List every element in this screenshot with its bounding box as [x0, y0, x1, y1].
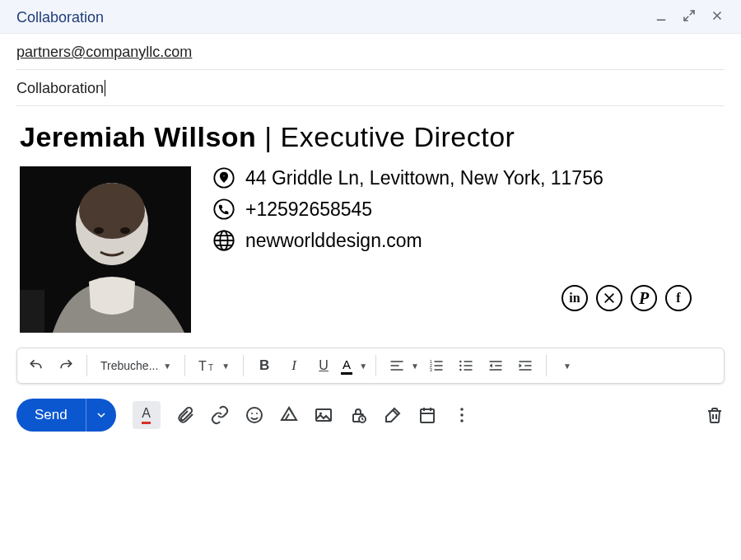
- insert-link-button[interactable]: [210, 405, 230, 425]
- svg-point-16: [459, 361, 462, 363]
- svg-point-2: [79, 183, 145, 239]
- compose-header: Collaboration: [0, 0, 741, 34]
- signature-address: 44 Griddle Ln, Levittown, New York, 1175…: [245, 167, 604, 189]
- indent-more-button[interactable]: [513, 353, 538, 378]
- signature-name-line: Jeremiah Willson | Executive Director: [20, 121, 725, 153]
- message-body[interactable]: Jeremiah Willson | Executive Director: [0, 106, 741, 338]
- numbered-list-button[interactable]: 123: [424, 353, 449, 378]
- font-family-label: Trebuche...: [100, 359, 158, 372]
- signature-social-row: in P f: [212, 285, 725, 311]
- svg-point-4: [120, 227, 130, 234]
- signature-phone-line: +12592658545: [212, 198, 725, 221]
- redo-button[interactable]: [54, 353, 78, 378]
- svg-point-19: [247, 408, 262, 422]
- svg-point-7: [222, 175, 225, 177]
- subject-value: Collaboration: [16, 80, 105, 96]
- compose-body: partners@companyllc.com Collaboration: [0, 34, 741, 106]
- signature-address-line: 44 Griddle Ln, Levittown, New York, 1175…: [212, 166, 725, 189]
- svg-text:3: 3: [430, 367, 432, 372]
- pick-time-button[interactable]: [417, 405, 437, 425]
- svg-point-23: [319, 413, 322, 415]
- insert-emoji-button[interactable]: [245, 405, 264, 425]
- align-dropdown[interactable]: [384, 353, 409, 378]
- insert-drive-file-button[interactable]: [279, 405, 299, 425]
- facebook-icon[interactable]: f: [665, 285, 692, 311]
- phone-icon: [212, 198, 235, 221]
- svg-text:T: T: [198, 359, 207, 373]
- italic-button[interactable]: I: [282, 353, 306, 378]
- indent-less-button[interactable]: [483, 353, 508, 378]
- svg-rect-26: [421, 409, 434, 422]
- signature-photo: [20, 166, 191, 333]
- linkedin-icon[interactable]: in: [562, 285, 588, 311]
- divider: [375, 355, 376, 376]
- caret-down-icon: ▼: [163, 362, 171, 371]
- caret-down-icon: ▼: [411, 362, 419, 371]
- svg-point-8: [214, 199, 233, 218]
- svg-point-17: [459, 365, 462, 367]
- close-icon[interactable]: [710, 8, 725, 26]
- x-twitter-icon[interactable]: [596, 285, 622, 311]
- minimize-icon[interactable]: [654, 8, 669, 26]
- signature-website: newworlddesign.com: [245, 230, 422, 252]
- insert-photo-button[interactable]: [314, 405, 333, 425]
- svg-point-28: [460, 413, 464, 417]
- font-family-dropdown[interactable]: Trebuche... ▼: [96, 359, 176, 372]
- svg-point-21: [256, 413, 258, 414]
- to-value: partners@companyllc.com: [16, 44, 192, 60]
- underline-button[interactable]: U: [311, 353, 336, 378]
- signature-separator: |: [256, 121, 280, 152]
- signature-name: Jeremiah Willson: [20, 121, 256, 152]
- to-field-row[interactable]: partners@companyllc.com: [16, 34, 725, 70]
- signature-phone: +12592658545: [245, 198, 372, 221]
- caret-down-icon: ▼: [359, 362, 367, 371]
- svg-point-18: [459, 369, 462, 371]
- fullscreen-icon[interactable]: [682, 8, 697, 26]
- attach-file-button[interactable]: [175, 405, 195, 425]
- send-options-dropdown[interactable]: [86, 399, 116, 432]
- globe-icon: [212, 229, 235, 252]
- action-row: Send A: [0, 384, 741, 432]
- signature-details: 44 Griddle Ln, Levittown, New York, 1175…: [212, 166, 725, 333]
- discard-draft-button[interactable]: [705, 405, 725, 425]
- caret-down-icon: ▼: [221, 362, 230, 371]
- divider: [546, 355, 547, 376]
- signature-row: 44 Griddle Ln, Levittown, New York, 1175…: [20, 166, 725, 333]
- divider: [86, 355, 87, 376]
- bold-button[interactable]: B: [252, 353, 277, 378]
- svg-point-29: [460, 419, 464, 422]
- svg-point-20: [251, 413, 253, 414]
- svg-text:T: T: [208, 363, 213, 372]
- window-controls: [654, 8, 725, 26]
- font-size-dropdown[interactable]: TT ▼: [193, 357, 235, 374]
- formatting-options-button[interactable]: A: [133, 401, 161, 429]
- window-title: Collaboration: [16, 9, 104, 26]
- compose-window: Collaboration partners@companyllc.com Co…: [0, 0, 741, 560]
- svg-point-27: [460, 408, 464, 411]
- action-icons: A: [133, 401, 725, 429]
- undo-button[interactable]: [24, 353, 49, 378]
- signature-title: Executive Director: [281, 121, 515, 152]
- bulleted-list-button[interactable]: [454, 353, 478, 378]
- more-options-button[interactable]: [452, 405, 472, 425]
- subject-field-row[interactable]: Collaboration: [16, 70, 725, 106]
- signature-website-line: newworlddesign.com: [212, 229, 725, 252]
- send-button[interactable]: Send: [16, 399, 86, 432]
- formatting-toolbar: Trebuche... ▼ TT ▼ B I U A ▼ ▼ 123: [16, 348, 725, 384]
- text-color-dropdown[interactable]: A ▼: [341, 357, 367, 375]
- formatting-more-dropdown[interactable]: ▼: [555, 353, 580, 378]
- divider: [184, 355, 185, 376]
- svg-rect-5: [20, 290, 44, 333]
- location-pin-icon: [212, 166, 235, 189]
- send-group: Send: [16, 399, 116, 432]
- insert-signature-button[interactable]: [383, 405, 403, 425]
- divider: [243, 355, 244, 376]
- confidential-mode-button[interactable]: [348, 405, 368, 425]
- pinterest-icon[interactable]: P: [631, 285, 657, 311]
- svg-point-3: [94, 227, 104, 234]
